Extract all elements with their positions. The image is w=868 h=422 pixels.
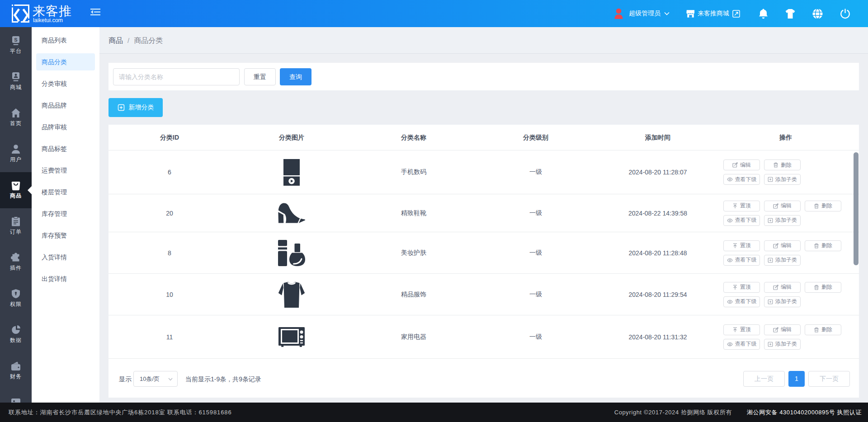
svg-text:S: S (14, 37, 17, 42)
